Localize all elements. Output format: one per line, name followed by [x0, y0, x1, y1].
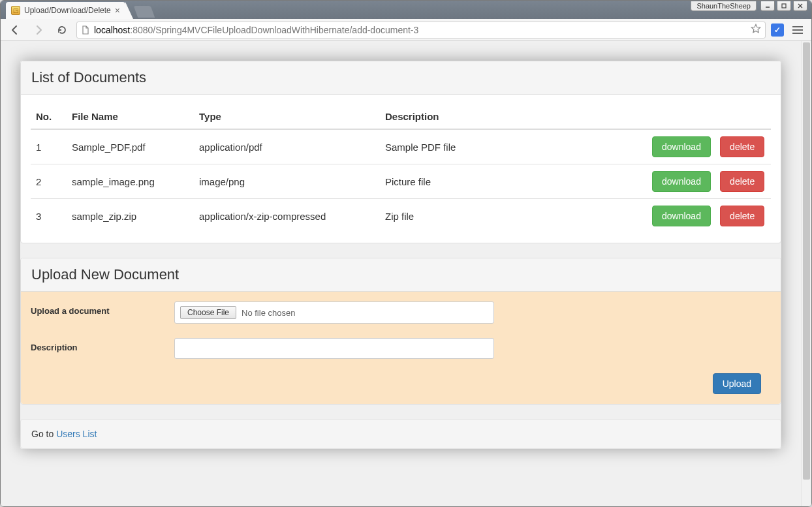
nav-back-button[interactable]	[6, 22, 24, 38]
favicon-icon: ◳	[11, 6, 20, 15]
upload-panel-title: Upload New Document	[21, 258, 781, 292]
file-status-text: No file chosen	[242, 308, 295, 318]
url-text: localhost:8080/Spring4MVCFileUploadDownl…	[94, 25, 418, 35]
file-input[interactable]: Choose File No file chosen	[174, 301, 494, 324]
svg-rect-1	[782, 4, 786, 8]
col-type: Type	[194, 104, 380, 129]
file-field-label: Upload a document	[31, 301, 174, 316]
download-button[interactable]: download	[652, 171, 711, 192]
choose-file-button[interactable]: Choose File	[180, 306, 236, 319]
window-close-button[interactable]	[793, 1, 807, 11]
users-list-link[interactable]: Users List	[56, 429, 97, 439]
footer-prefix: Go to	[31, 429, 56, 439]
download-button[interactable]: download	[652, 206, 711, 226]
documents-table: No. File Name Type Description 1	[31, 104, 771, 233]
col-description: Description	[380, 104, 640, 129]
description-field-label: Description	[31, 338, 174, 352]
footer-well: Go to Users List	[20, 419, 781, 449]
delete-button[interactable]: delete	[720, 136, 764, 157]
documents-panel-title: List of Documents	[21, 61, 781, 95]
browser-tabstrip: ◳ Upload/Download/Delete ×	[1, 1, 811, 19]
window-minimize-button[interactable]	[760, 1, 775, 11]
tab-close-icon[interactable]: ×	[115, 6, 120, 15]
nav-forward-button[interactable]	[29, 22, 48, 38]
cell-type: application/pdf	[194, 129, 380, 164]
extension-icon[interactable]: ✓	[771, 23, 784, 37]
documents-panel: List of Documents No. File Name Type Des…	[20, 61, 781, 243]
cell-no: 1	[31, 129, 67, 164]
cell-file-name: Sample_PDF.pdf	[67, 129, 194, 164]
delete-button[interactable]: delete	[720, 206, 764, 226]
table-row: 3 sample_zip.zip application/x-zip-compr…	[31, 199, 771, 234]
vertical-scrollbar[interactable]	[801, 41, 811, 506]
cell-type: image/png	[194, 164, 380, 199]
new-tab-button[interactable]	[134, 6, 155, 18]
browser-menu-button[interactable]	[789, 22, 806, 38]
table-row: 2 sample_image.png image/png Picture fil…	[31, 164, 771, 199]
nav-reload-button[interactable]	[53, 22, 71, 38]
cell-description: Zip file	[380, 199, 640, 234]
browser-toolbar: localhost:8080/Spring4MVCFileUploadDownl…	[1, 19, 811, 41]
table-row: 1 Sample_PDF.pdf application/pdf Sample …	[31, 129, 771, 164]
scroll-thumb[interactable]	[803, 42, 810, 480]
window-maximize-button[interactable]	[777, 1, 791, 11]
cell-description: Picture file	[380, 164, 640, 199]
cell-file-name: sample_zip.zip	[67, 199, 194, 234]
upload-submit-button[interactable]: Upload	[713, 373, 761, 394]
bookmark-star-icon[interactable]	[751, 23, 761, 36]
col-file-name: File Name	[67, 104, 194, 129]
cell-no: 3	[31, 199, 67, 234]
cell-description: Sample PDF file	[380, 129, 640, 164]
browser-tab[interactable]: ◳ Upload/Download/Delete ×	[6, 2, 125, 19]
download-button[interactable]: download	[652, 136, 711, 157]
delete-button[interactable]: delete	[720, 171, 764, 192]
cell-no: 2	[31, 164, 67, 199]
description-input[interactable]	[174, 338, 494, 359]
cell-type: application/x-zip-compressed	[194, 199, 380, 234]
col-no: No.	[31, 104, 67, 129]
os-app-name: ShaunTheSheep	[691, 1, 757, 11]
tab-title: Upload/Download/Delete	[24, 6, 111, 15]
page-icon	[81, 25, 90, 35]
upload-panel: Upload New Document Upload a document Ch…	[20, 258, 781, 405]
address-bar[interactable]: localhost:8080/Spring4MVCFileUploadDownl…	[76, 22, 766, 38]
cell-file-name: sample_image.png	[67, 164, 194, 199]
